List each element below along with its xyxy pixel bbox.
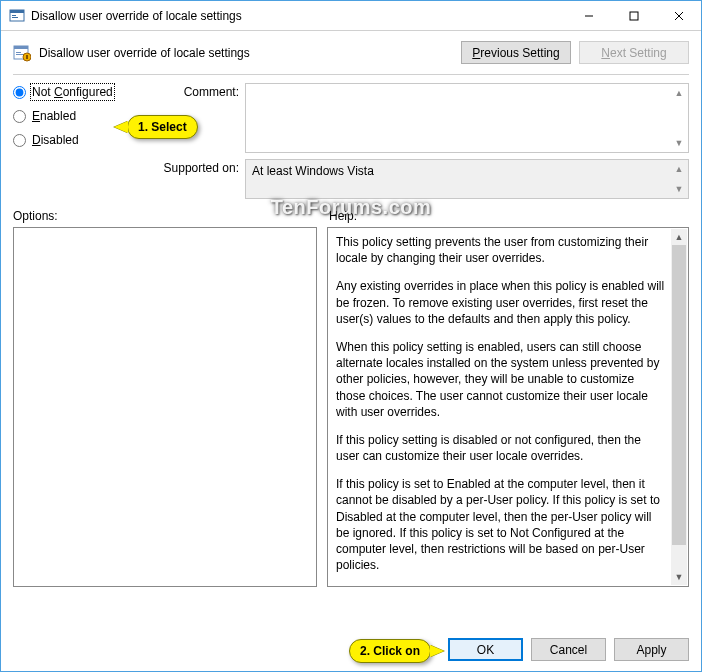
scroll-up-icon[interactable]: ▲ [671,229,687,245]
help-paragraph: If this policy is set to Enabled at the … [336,476,666,573]
scroll-down-icon[interactable]: ▼ [671,569,687,585]
radio-not-configured-input[interactable] [13,86,26,99]
scroll-up-icon[interactable]: ▲ [671,161,687,177]
state-radio-group: Not Configured Enabled Disabled [13,83,163,199]
scroll-up-icon[interactable]: ▲ [671,85,687,101]
policy-icon [13,44,31,62]
scroll-down-icon[interactable]: ▼ [671,135,687,151]
previous-setting-button[interactable]: Previous Setting [461,41,571,64]
help-text: This policy setting prevents the user fr… [336,234,680,587]
help-paragraph: When this policy setting is enabled, use… [336,339,666,420]
options-label: Options: [13,209,317,223]
separator [13,74,689,75]
window-title: Disallow user override of locale setting… [31,8,566,23]
help-paragraph: If this policy setting is disabled or no… [336,432,666,464]
svg-rect-5 [630,12,638,20]
help-scrollbar[interactable]: ▲ ▼ [671,229,687,585]
cancel-button[interactable]: Cancel [531,638,606,661]
top-grid: Not Configured Enabled Disabled Comment:… [1,83,701,199]
minimize-button[interactable] [566,1,611,31]
svg-rect-3 [12,17,18,18]
svg-rect-2 [12,15,16,16]
help-paragraph: Any existing overrides in place when thi… [336,278,666,327]
close-button[interactable] [656,1,701,31]
help-paragraph: To set this policy on a per-user basis, … [336,585,666,587]
radio-enabled-input[interactable] [13,110,26,123]
ok-button[interactable]: OK [448,638,523,661]
radio-disabled-input[interactable] [13,134,26,147]
app-icon [9,8,25,24]
options-pane [13,227,317,587]
svg-rect-11 [16,54,24,55]
svg-rect-10 [16,52,21,53]
maximize-button[interactable] [611,1,656,31]
callout-click: 2. Click on [349,639,431,663]
help-pane: This policy setting prevents the user fr… [327,227,689,587]
supported-on-label: Supported on: [149,153,239,199]
supported-on-box: At least Windows Vista ▲ ▼ [245,159,689,199]
scroll-thumb[interactable] [672,245,686,545]
titlebar: Disallow user override of locale setting… [1,1,701,31]
svg-rect-9 [14,46,28,49]
supported-on-value: At least Windows Vista [246,160,688,182]
bottom-bar: OK Cancel Apply [448,638,689,661]
help-label: Help: [329,209,689,223]
policy-title: Disallow user override of locale setting… [39,46,453,60]
svg-rect-13 [26,55,28,59]
mid-labels: Options: Help: [1,199,701,227]
scroll-down-icon[interactable]: ▼ [671,181,687,197]
svg-rect-1 [10,10,24,13]
next-setting-button[interactable]: Next Setting [579,41,689,64]
panes: This policy setting prevents the user fr… [1,227,701,587]
radio-not-configured[interactable]: Not Configured [13,85,163,99]
header-row: Disallow user override of locale setting… [1,31,701,74]
comment-textarea[interactable]: ▲ ▼ [245,83,689,153]
apply-button[interactable]: Apply [614,638,689,661]
callout-select: 1. Select [127,115,198,139]
help-paragraph: This policy setting prevents the user fr… [336,234,666,266]
